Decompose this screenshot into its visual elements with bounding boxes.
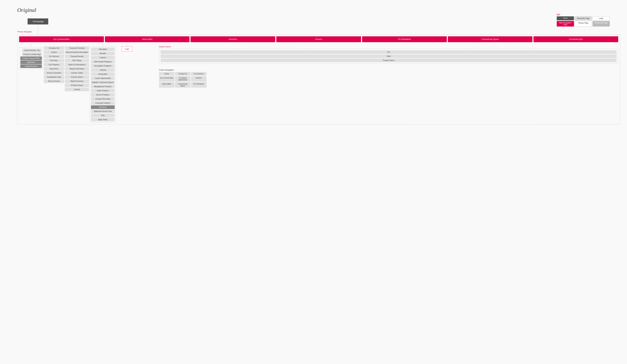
item-questions[interactable]: Questions: [91, 105, 115, 109]
item-merger-info[interactable]: Merger Information: [65, 67, 89, 71]
item-sales-positions[interactable]: Sales Positions: [91, 89, 115, 92]
item-ir-news-feeds[interactable]: IR News Feeds: [65, 84, 89, 87]
item-training[interactable]: Training: [91, 68, 115, 72]
item-stock-dividend[interactable]: Stock & Dividend Information: [65, 50, 89, 54]
item-property-landing-page[interactable]: Property Landing Page: [22, 52, 42, 56]
item-cultures[interactable]: Cultures: [91, 56, 115, 59]
item-campus-recruiting[interactable]: Campus Recruiting: [91, 97, 115, 101]
nav-investors[interactable]: Investors: [191, 36, 275, 42]
footer-nav-grid: Home Contact Us For Investors Our Commun…: [159, 72, 618, 88]
item-open-arms[interactable]: Open Arms: [44, 67, 64, 71]
footer-for-residents[interactable]: For Residents: [191, 82, 207, 88]
item-recognition-programs[interactable]: Recognition Programs: [91, 64, 115, 68]
item-elite-growth[interactable]: Elite Growth Programs: [91, 60, 115, 64]
footer-about-maa[interactable]: About MAA: [159, 82, 174, 88]
residents-column: Login: [117, 44, 137, 51]
search-property-name[interactable]: Property Name: [160, 58, 617, 62]
login-dashed[interactable]: Login: [122, 46, 132, 51]
item-market-summary[interactable]: Market Summary: [65, 79, 89, 83]
item-investor-toolkit[interactable]: Investor Toolkit: [65, 71, 89, 75]
communities-column: → Search Results: City → Property Landin…: [19, 44, 43, 69]
item-our-programs[interactable]: Our Programs: [44, 63, 64, 66]
item-benefits[interactable]: Benefits: [91, 52, 115, 55]
item-pet-policy[interactable]: Pet Policy: [44, 59, 64, 62]
footer-careers[interactable]: Careers: [191, 76, 207, 82]
item-multisite[interactable]: Multisite / Divisional Support: [91, 81, 115, 84]
item-career-opportunities[interactable]: Career Opportunities: [91, 76, 115, 80]
item-sec-filings[interactable]: SEC Filings: [65, 59, 89, 62]
item-apply-today[interactable]: Apply Today: [91, 118, 115, 121]
item-sustainable-living[interactable]: Sustainable Living: [44, 75, 64, 79]
footer-nav-section: Footer Navigation Home Contact Us For In…: [159, 69, 618, 88]
nav-commercial-space[interactable]: Commercial Space: [448, 36, 533, 42]
item-faq[interactable]: FAQ: [91, 114, 115, 117]
careers-column: Why MAA Benefits Cultures Elite Growth P…: [90, 44, 116, 123]
item-search-results-city[interactable]: Search Results: City: [22, 48, 42, 52]
item-contact-leasing[interactable]: Contact Leasing Office: [20, 56, 42, 60]
footer-furnished-apartments[interactable]: Furnished Apartments: [175, 76, 191, 82]
search-state[interactable]: State: [160, 54, 617, 58]
item-giving-back[interactable]: Giving Back: [91, 72, 115, 76]
item-service-positions[interactable]: Service Positions: [91, 93, 115, 97]
item-company-info[interactable]: Company Info: [44, 46, 64, 50]
footer-nav-label: Footer Navigation: [159, 69, 618, 71]
item-our-services[interactable]: Our Services: [44, 55, 64, 58]
footer-contact-us[interactable]: Contact Us: [175, 72, 191, 76]
nav-our-communities[interactable]: Our Communities: [19, 36, 104, 42]
item-application[interactable]: Application: [20, 60, 42, 64]
item-why-maa[interactable]: Why MAA: [91, 47, 115, 51]
item-news-events[interactable]: News & Events: [44, 79, 64, 83]
nav-furnished-apts[interactable]: Furnished Apts: [533, 36, 618, 42]
item-culture[interactable]: Culture: [44, 50, 64, 54]
item-financial-results[interactable]: Financial Results: [65, 55, 89, 58]
homepage-connector: [38, 24, 38, 35]
item-corporate-overview[interactable]: Corporate Overview: [65, 46, 89, 50]
item-management-positions[interactable]: Management Positions: [91, 85, 115, 88]
item-investor-search[interactable]: Investor Search: [65, 75, 89, 79]
global-search-box: City State Property Name: [159, 49, 618, 64]
furnished-column: Global Search City State Property Name F…: [159, 44, 618, 88]
footer-commercial-space[interactable]: Commercial Space: [175, 82, 191, 88]
page-title: Original: [17, 7, 620, 13]
footer-for-investors[interactable]: For Investors: [191, 72, 207, 76]
item-contact[interactable]: Contact: [65, 88, 89, 91]
nav-bar: Our Communities About MAA Investors Care…: [19, 36, 618, 42]
nav-for-residents[interactable]: For Residents: [362, 36, 447, 42]
nav-about-maa[interactable]: About MAA: [105, 36, 190, 42]
footer-our-communities[interactable]: Our Communities: [159, 76, 174, 82]
global-search-section: Global Search City State Property Name: [159, 46, 618, 64]
nav-careers[interactable]: Careers: [276, 36, 361, 42]
key-label: KEY: [557, 14, 610, 16]
investors-column: Corporate Overview Stock & Dividend Info…: [65, 44, 89, 91]
about-column: Company Info Culture Our Services Pet Po…: [44, 44, 64, 83]
homepage-box: Homepage: [28, 18, 48, 24]
global-search-label: Global Search: [159, 46, 618, 48]
search-city[interactable]: City: [160, 50, 617, 54]
item-news-presentations[interactable]: News & Presentations: [65, 63, 89, 66]
item-create-brochure[interactable]: Create Brochure: [20, 64, 42, 68]
primary-nav-label: Primary Navigation: [17, 31, 32, 33]
item-corporate-positions[interactable]: Corporate Positions: [91, 101, 115, 105]
item-applicant-success[interactable]: Applicant Success Tips: [91, 109, 115, 113]
item-service-guarantee[interactable]: Service Guarantee: [44, 71, 64, 75]
footer-home[interactable]: Home: [159, 72, 174, 76]
